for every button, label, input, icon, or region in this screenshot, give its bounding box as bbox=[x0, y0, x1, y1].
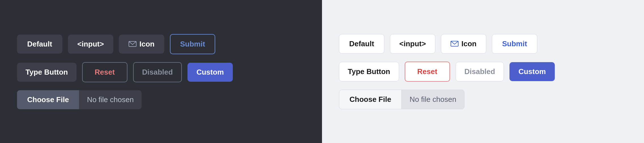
light-row-1: Default <input> Icon Submit bbox=[339, 34, 627, 54]
mail-icon-light bbox=[451, 41, 459, 47]
light-disabled-button: Disabled bbox=[456, 62, 504, 81]
light-file-input[interactable]: Choose File No file chosen bbox=[339, 90, 464, 109]
dark-file-row: Choose File No file chosen bbox=[17, 90, 305, 109]
light-icon-button[interactable]: Icon bbox=[441, 34, 486, 54]
dark-submit-button[interactable]: Submit bbox=[170, 34, 215, 54]
dark-reset-button[interactable]: Reset bbox=[82, 62, 127, 82]
light-file-row: Choose File No file chosen bbox=[339, 90, 627, 109]
light-reset-button[interactable]: Reset bbox=[405, 62, 450, 82]
dark-panel: Default <input> Icon Submit Type Button … bbox=[0, 0, 322, 143]
dark-icon-button[interactable]: Icon bbox=[119, 35, 164, 54]
dark-default-button[interactable]: Default bbox=[17, 35, 62, 54]
dark-choose-file-button[interactable]: Choose File bbox=[17, 90, 79, 109]
light-default-button[interactable]: Default bbox=[339, 34, 384, 54]
light-no-file-label: No file chosen bbox=[402, 90, 464, 109]
light-panel: Default <input> Icon Submit Type Button … bbox=[322, 0, 644, 143]
light-submit-button[interactable]: Submit bbox=[492, 34, 537, 54]
light-typebutton-button[interactable]: Type Button bbox=[339, 62, 399, 81]
dark-typebutton-button[interactable]: Type Button bbox=[17, 63, 76, 82]
dark-input-button[interactable]: <input> bbox=[68, 35, 113, 54]
light-custom-button[interactable]: Custom bbox=[509, 62, 555, 81]
dark-file-input[interactable]: Choose File No file chosen bbox=[17, 90, 142, 109]
light-input-button[interactable]: <input> bbox=[390, 34, 435, 54]
dark-custom-button[interactable]: Custom bbox=[187, 63, 233, 82]
dark-row-2: Type Button Reset Disabled Custom bbox=[17, 62, 305, 82]
dark-row-1: Default <input> Icon Submit bbox=[17, 34, 305, 54]
light-icon-button-label: Icon bbox=[461, 39, 476, 48]
light-row-2: Type Button Reset Disabled Custom bbox=[339, 62, 627, 82]
dark-disabled-button: Disabled bbox=[133, 62, 182, 82]
dark-icon-button-label: Icon bbox=[139, 40, 154, 49]
dark-no-file-label: No file chosen bbox=[79, 90, 142, 109]
light-choose-file-button[interactable]: Choose File bbox=[339, 90, 402, 109]
mail-icon bbox=[129, 41, 137, 47]
